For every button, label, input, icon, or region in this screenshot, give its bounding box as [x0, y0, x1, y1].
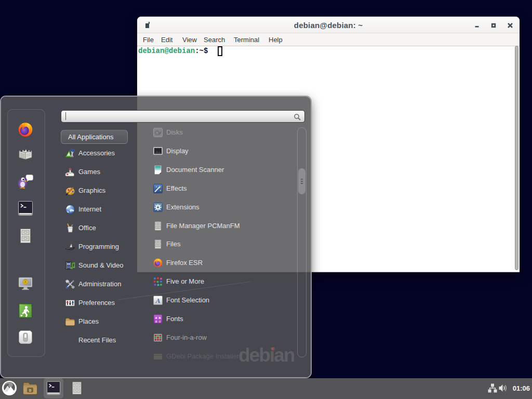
svg-text:a: a [159, 319, 161, 324]
svg-text:a: a [155, 319, 157, 324]
svg-text:D: D [29, 389, 32, 393]
